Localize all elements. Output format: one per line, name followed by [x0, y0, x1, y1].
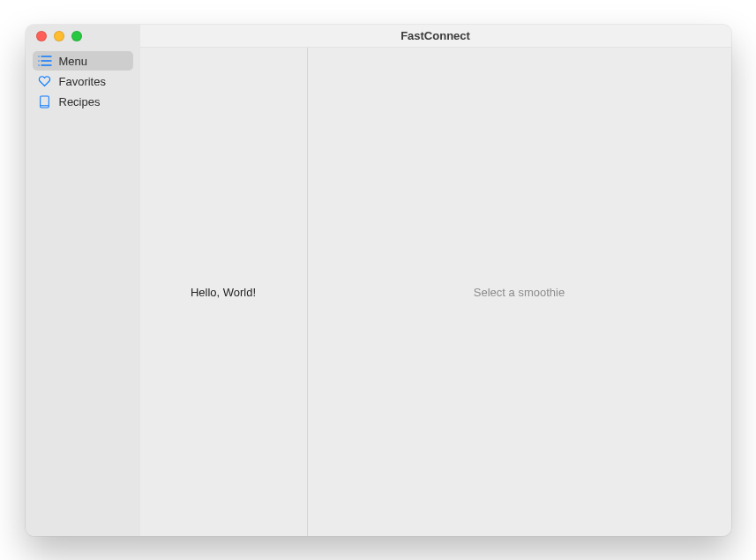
list-icon: [38, 54, 52, 68]
window-title: FastConnect: [400, 29, 470, 42]
title-bar-main: FastConnect: [140, 25, 731, 48]
zoom-button[interactable]: [71, 31, 82, 41]
heart-icon: [38, 74, 52, 88]
book-icon: [38, 94, 52, 108]
traffic-light-group: [26, 25, 140, 48]
title-bar: FastConnect: [26, 25, 731, 48]
sidebar-item-label: Favorites: [59, 75, 106, 88]
sidebar-item-menu[interactable]: Menu: [33, 51, 133, 71]
hello-world-text: Hello, World!: [191, 286, 256, 299]
minimize-button[interactable]: [54, 31, 64, 41]
content-area: Hello, World! Select a smoothie: [140, 48, 731, 536]
sidebar-item-recipes[interactable]: Recipes: [33, 92, 133, 111]
sidebar: Menu Favorites Recipes: [26, 48, 140, 536]
detail-pane: Select a smoothie: [308, 48, 731, 536]
window-body: Menu Favorites Recipes: [26, 48, 731, 536]
secondary-pane: Hello, World!: [140, 48, 308, 536]
close-button[interactable]: [36, 31, 47, 41]
sidebar-item-favorites[interactable]: Favorites: [33, 71, 133, 91]
sidebar-item-label: Recipes: [59, 95, 101, 108]
detail-placeholder: Select a smoothie: [474, 286, 565, 299]
sidebar-item-label: Menu: [59, 55, 88, 68]
app-window: FastConnect Menu: [26, 25, 731, 536]
